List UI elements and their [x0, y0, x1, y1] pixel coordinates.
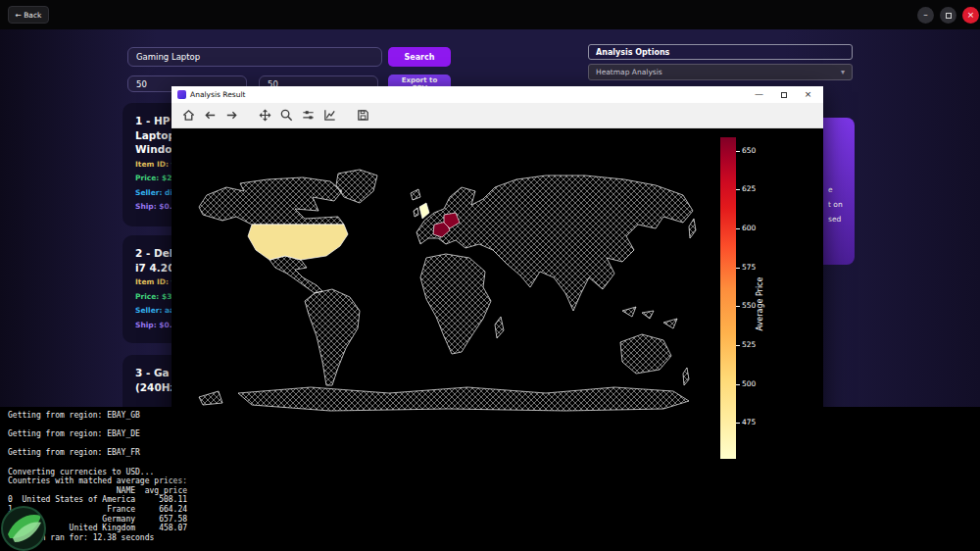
- search-button[interactable]: Search: [388, 47, 451, 67]
- colorbar-tick-label: 550: [742, 301, 756, 310]
- home-icon[interactable]: [179, 107, 197, 125]
- figure-canvas[interactable]: 650 625 600 575 550 525 500 475 Average …: [172, 128, 823, 471]
- colorbar-tick-mark: [736, 189, 740, 190]
- top-bar: ← Back – ×: [0, 0, 980, 29]
- colorbar-tick-mark: [736, 423, 740, 424]
- colorbar-tick-mark: [736, 228, 740, 229]
- search-input[interactable]: [127, 47, 382, 67]
- analysis-type-dropdown[interactable]: Heatmap Analysis ▾: [588, 64, 853, 80]
- country-united-kingdom: [419, 203, 429, 219]
- zoom-icon[interactable]: [277, 107, 295, 125]
- back-icon[interactable]: [201, 107, 219, 125]
- info-card-fragment: e t on sed: [821, 118, 855, 265]
- matplotlib-icon: [177, 90, 186, 99]
- screen: ← Back – × Search Export to CSV Analysis…: [0, 0, 980, 551]
- colorbar-tick-label: 500: [742, 379, 756, 388]
- colorbar-tick-mark: [736, 268, 740, 269]
- colorbar-tick-label: 600: [742, 224, 756, 232]
- colorbar-tick-mark: [736, 384, 740, 385]
- maximize-icon: [946, 13, 952, 19]
- analysis-options-title: Analysis Options: [588, 44, 853, 60]
- fragment-line: sed: [828, 212, 855, 226]
- window-close-button[interactable]: ×: [962, 7, 979, 24]
- forward-icon[interactable]: [222, 107, 240, 125]
- colorbar: [720, 137, 736, 459]
- figure-minimize-button[interactable]: —: [747, 86, 771, 103]
- colorbar-tick-mark: [736, 151, 740, 152]
- figure-title-bar[interactable]: Analysis Result — ×: [172, 86, 823, 103]
- colorbar-tick-mark: [736, 345, 740, 346]
- pan-icon[interactable]: [256, 107, 273, 125]
- colorbar-tick-label: 575: [742, 263, 756, 272]
- analysis-result-window[interactable]: Analysis Result — ×: [172, 86, 823, 471]
- figure-window-title: Analysis Result: [190, 90, 747, 99]
- close-icon: ×: [967, 11, 975, 20]
- minimize-icon: –: [923, 11, 928, 20]
- window-minimize-button[interactable]: –: [917, 7, 934, 24]
- colorbar-tick-label: 650: [742, 146, 756, 155]
- colorbar-axis-label: Average Price: [756, 220, 764, 388]
- analysis-type-value: Heatmap Analysis: [596, 68, 662, 76]
- maximize-icon: [781, 92, 787, 98]
- app-logo: [0, 504, 47, 551]
- figure-toolbar: [172, 103, 823, 128]
- minimize-icon: —: [755, 90, 763, 99]
- save-icon[interactable]: [354, 107, 371, 125]
- chevron-down-icon: ▾: [841, 68, 845, 76]
- colorbar-tick-mark: [736, 306, 740, 307]
- window-maximize-button[interactable]: [940, 7, 956, 24]
- no-data-countries: [199, 170, 696, 411]
- country-united-states: [248, 225, 348, 260]
- world-map[interactable]: [193, 168, 703, 415]
- subplots-icon[interactable]: [299, 107, 317, 125]
- figure-maximize-button[interactable]: [771, 86, 796, 103]
- close-icon: ×: [805, 90, 812, 99]
- figure-close-button[interactable]: ×: [796, 86, 820, 103]
- colorbar-tick-label: 475: [742, 418, 756, 426]
- fragment-line: e: [828, 182, 855, 197]
- colorbar-tick-label: 525: [742, 340, 756, 349]
- fragment-line: t on: [828, 197, 855, 212]
- customize-icon[interactable]: [320, 107, 338, 125]
- back-button[interactable]: ← Back: [8, 6, 49, 24]
- colorbar-tick-label: 625: [742, 184, 756, 193]
